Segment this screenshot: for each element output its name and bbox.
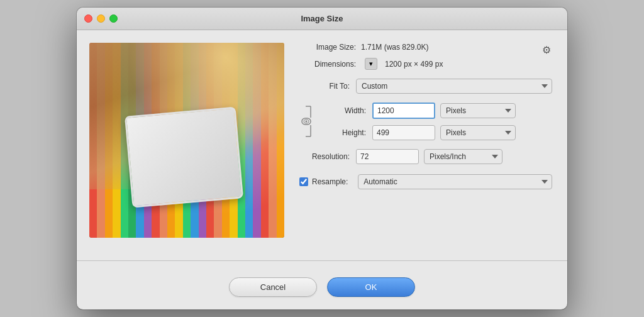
height-input[interactable] (372, 125, 435, 140)
dialog-body: Image Size: 1.71M (was 829.0K) ⚙ Dimensi… (77, 30, 567, 250)
width-unit-dropdown[interactable]: Pixels Percent Inches Centimeters (440, 103, 516, 118)
resolution-unit-dropdown[interactable]: Pixels/Inch Pixels/Centimeter (424, 149, 502, 164)
link-bracket (299, 100, 313, 143)
minimize-button[interactable] (97, 14, 105, 23)
resample-checkbox[interactable] (299, 177, 308, 186)
image-size-label: Image Size: (299, 43, 356, 52)
fit-to-dropdown[interactable]: Custom Original Size View Letter Legal A… (356, 79, 552, 94)
title-bar: Image Size (77, 8, 567, 30)
resolution-label: Resolution: (299, 152, 350, 161)
dialog-title: Image Size (301, 14, 343, 23)
resolution-input[interactable] (356, 149, 419, 164)
maximize-button[interactable] (109, 14, 118, 23)
width-row: Width: Pixels Percent Inches Centimeters (316, 103, 552, 119)
height-label: Height: (316, 128, 366, 137)
resolution-row: Resolution: Pixels/Inch Pixels/Centimete… (299, 149, 552, 164)
wh-rows: Width: Pixels Percent Inches Centimeters… (316, 103, 552, 140)
width-height-group: Width: Pixels Percent Inches Centimeters… (299, 100, 552, 143)
settings-panel: Image Size: 1.71M (was 829.0K) ⚙ Dimensi… (299, 43, 552, 238)
image-size-dialog: Image Size Image Size: 1.71M (was 829.0K… (77, 8, 567, 309)
cancel-button[interactable]: Cancel (229, 277, 317, 297)
dimensions-row: Dimensions: ▾ 1200 px × 499 px (299, 58, 552, 70)
width-label: Width: (316, 106, 366, 115)
resample-method-dropdown[interactable]: Automatic Preserve Details Bicubic Smoot… (358, 174, 552, 189)
gear-button[interactable]: ⚙ (541, 43, 552, 57)
height-row: Height: Pixels Percent Inches Centimeter… (316, 125, 552, 140)
resample-checkbox-area: Resample: (299, 177, 353, 186)
resample-row: Resample: Automatic Preserve Details Bic… (299, 174, 552, 189)
fit-to-row: Fit To: Custom Original Size View Letter… (299, 79, 552, 94)
constrain-proportions-icon (299, 100, 313, 143)
separator (77, 260, 567, 261)
fit-to-label: Fit To: (299, 82, 350, 91)
close-button[interactable] (84, 14, 92, 23)
ok-button[interactable]: OK (327, 277, 415, 297)
width-input[interactable] (372, 103, 435, 119)
image-size-value: 1.71M (was 829.0K) (361, 43, 428, 52)
dimensions-value: 1200 px × 499 px (385, 60, 443, 69)
preview-panel (89, 43, 284, 238)
chevron-down-icon: ▾ (369, 60, 373, 68)
button-row: Cancel OK (77, 270, 567, 309)
preview-image (89, 43, 284, 238)
traffic-lights (84, 14, 118, 23)
dimensions-label: Dimensions: (299, 60, 356, 69)
resample-label[interactable]: Resample: (312, 177, 348, 186)
svg-point-6 (306, 121, 308, 123)
image-size-row: Image Size: 1.71M (was 829.0K) ⚙ (299, 43, 552, 52)
preview-image-inner (89, 43, 284, 238)
dimensions-dropdown-button[interactable]: ▾ (365, 58, 377, 70)
height-unit-dropdown[interactable]: Pixels Percent Inches Centimeters (440, 125, 516, 140)
